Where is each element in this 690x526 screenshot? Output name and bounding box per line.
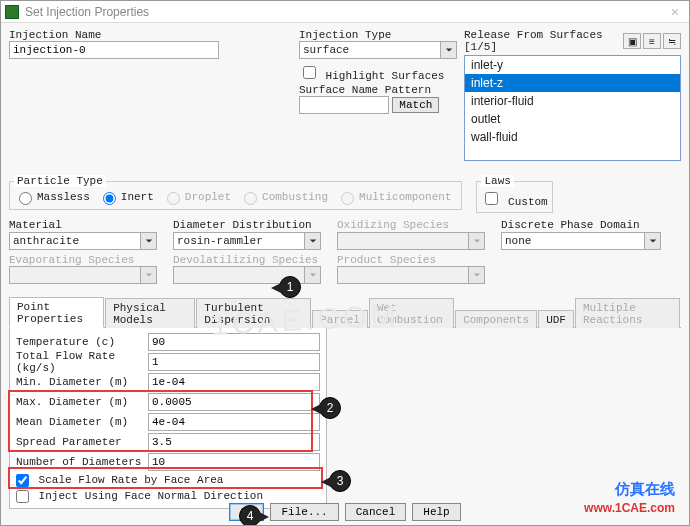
close-icon[interactable]: ×: [665, 4, 685, 20]
custom-checkbox[interactable]: Custom: [481, 196, 547, 208]
max-diameter-label: Max. Diameter (m): [16, 396, 148, 408]
chevron-down-icon: [644, 233, 660, 249]
chevron-down-icon: [468, 267, 484, 283]
total-flow-input[interactable]: [148, 353, 320, 371]
point-properties-pane: Temperature (c) Total Flow Rate (kg/s) M…: [9, 328, 327, 509]
surface-pattern-input[interactable]: [299, 96, 389, 114]
list-item[interactable]: interior-fluid: [465, 92, 680, 110]
list-item[interactable]: outlet: [465, 110, 680, 128]
injection-name-input[interactable]: [9, 41, 219, 59]
radio-combusting: Combusting: [239, 189, 328, 205]
injection-type-label: Injection Type: [299, 29, 464, 41]
chevron-down-icon: [304, 233, 320, 249]
diameter-dist-select[interactable]: rosin-rammler: [173, 232, 321, 250]
tab-wet-combustion: Wet Combustion: [369, 298, 454, 328]
total-flow-label: Total Flow Rate (kg/s): [16, 350, 148, 374]
laws-legend: Laws: [481, 175, 513, 187]
chevron-down-icon: [440, 42, 456, 58]
list-item[interactable]: inlet-z: [465, 74, 680, 92]
num-diameters-input[interactable]: [148, 453, 320, 471]
num-diameters-label: Number of Diameters: [16, 456, 148, 468]
clear-selection-icon[interactable]: ≒: [663, 33, 681, 49]
surface-pattern-label: Surface Name Pattern: [299, 84, 464, 96]
min-diameter-input[interactable]: [148, 373, 320, 391]
tab-point-properties[interactable]: Point Properties: [9, 297, 104, 328]
radio-inert[interactable]: Inert: [98, 189, 154, 205]
cancel-button[interactable]: Cancel: [345, 503, 407, 521]
material-select[interactable]: anthracite: [9, 232, 157, 250]
marker-3: 3: [329, 470, 351, 492]
tab-physical-models[interactable]: Physical Models: [105, 298, 195, 328]
diameter-dist-label: Diameter Distribution: [173, 219, 337, 231]
temperature-input[interactable]: [148, 333, 320, 351]
scale-flow-checkbox[interactable]: Scale Flow Rate by Face Area: [16, 474, 223, 486]
injection-type-value: surface: [300, 42, 352, 58]
particle-type-legend: Particle Type: [14, 175, 106, 187]
watermark-url: www.1CAE.com: [584, 501, 675, 515]
evaporating-label: Evaporating Species: [9, 254, 173, 266]
tab-parcel: Parcel: [312, 310, 368, 328]
titlebar: Set Injection Properties ×: [1, 1, 689, 23]
window: Set Injection Properties × Injection Nam…: [0, 0, 690, 526]
app-icon: [5, 5, 19, 19]
particle-type-group: Particle Type Massless Inert Droplet Com…: [9, 175, 462, 210]
material-label: Material: [9, 219, 173, 231]
temperature-label: Temperature (c): [16, 336, 148, 348]
spread-label: Spread Parameter: [16, 436, 148, 448]
watermark-cn: 仿真在线: [615, 480, 675, 499]
chevron-down-icon: [468, 233, 484, 249]
radio-massless[interactable]: Massless: [14, 189, 90, 205]
chevron-down-icon: [140, 233, 156, 249]
marker-2: 2: [319, 397, 341, 419]
laws-group: Laws Custom: [476, 175, 552, 213]
list-item[interactable]: wall-fluid: [465, 128, 680, 146]
spread-input[interactable]: [148, 433, 320, 451]
list-item[interactable]: inlet-y: [465, 56, 680, 74]
tab-turbulent-dispersion[interactable]: Turbulent Dispersion: [196, 298, 311, 328]
body: Injection Name Injection Type surface Hi…: [1, 23, 689, 526]
radio-multicomponent: Multicomponent: [336, 189, 451, 205]
match-button[interactable]: Match: [392, 97, 439, 113]
mean-diameter-label: Mean Diameter (m): [16, 416, 148, 428]
tab-components: Components: [455, 310, 537, 328]
min-diameter-label: Min. Diameter (m): [16, 376, 148, 388]
evaporating-select: [9, 266, 157, 284]
highlight-surfaces-checkbox[interactable]: Highlight Surfaces: [299, 70, 444, 82]
mean-diameter-input[interactable]: [148, 413, 320, 431]
radio-droplet: Droplet: [162, 189, 231, 205]
file-button[interactable]: File...: [270, 503, 338, 521]
injection-name-label: Injection Name: [9, 29, 299, 41]
release-surfaces-list[interactable]: inlet-y inlet-z interior-fluid outlet wa…: [464, 55, 681, 161]
tab-multiple-reactions: Multiple Reactions: [575, 298, 680, 328]
select-all-icon[interactable]: ≡: [643, 33, 661, 49]
oxidizing-select: [337, 232, 485, 250]
product-select: [337, 266, 485, 284]
tab-udf[interactable]: UDF: [538, 310, 574, 328]
dpd-select[interactable]: none: [501, 232, 661, 250]
marker-4: 4: [239, 505, 261, 526]
chevron-down-icon: [304, 267, 320, 283]
invert-selection-icon[interactable]: ▣: [623, 33, 641, 49]
oxidizing-label: Oxidizing Species: [337, 219, 501, 231]
max-diameter-input[interactable]: [148, 393, 320, 411]
devolatilizing-label: Devolatilizing Species: [173, 254, 337, 266]
help-button[interactable]: Help: [412, 503, 460, 521]
inject-normal-checkbox[interactable]: Inject Using Face Normal Direction: [16, 490, 263, 502]
chevron-down-icon: [140, 267, 156, 283]
product-label: Product Species: [337, 254, 501, 266]
dpd-label: Discrete Phase Domain: [501, 219, 671, 231]
marker-1: 1: [279, 276, 301, 298]
injection-type-select[interactable]: surface: [299, 41, 457, 59]
tabs: Point Properties Physical Models Turbule…: [9, 296, 681, 328]
release-surfaces-label: Release From Surfaces [1/5]: [464, 29, 621, 53]
window-title: Set Injection Properties: [25, 5, 149, 19]
